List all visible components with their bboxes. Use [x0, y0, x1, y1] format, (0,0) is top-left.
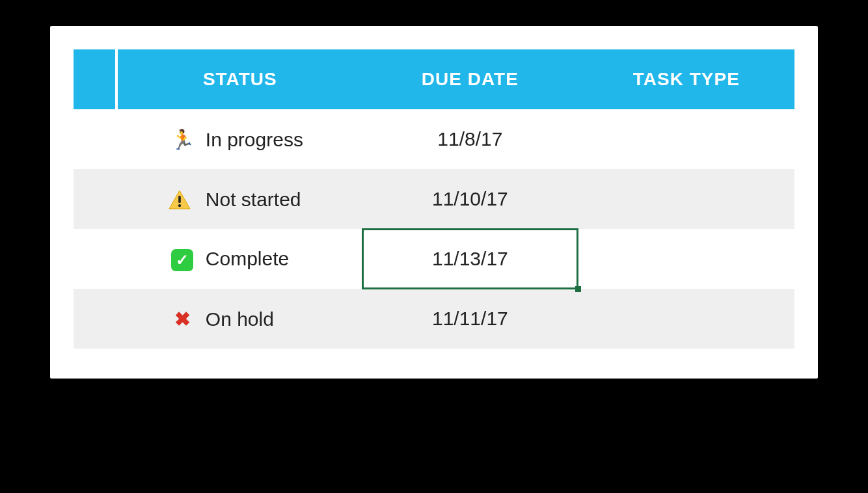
header-due-date[interactable]: DUE DATE: [362, 49, 578, 109]
table-row: ✖ On hold 11/11/17: [74, 289, 794, 349]
due-date-cell[interactable]: 11/13/17: [362, 229, 578, 289]
task-type-cell[interactable]: [578, 289, 794, 349]
svg-rect-1: [179, 196, 182, 203]
svg-point-2: [178, 204, 181, 207]
due-date-cell[interactable]: 11/10/17: [362, 169, 578, 229]
due-date-cell[interactable]: 11/11/17: [362, 289, 578, 349]
empty-cell[interactable]: [74, 229, 116, 289]
header-status[interactable]: STATUS: [116, 49, 362, 109]
status-label: Not started: [206, 189, 301, 210]
header-row: STATUS DUE DATE TASK TYPE: [74, 49, 794, 109]
task-type-cell[interactable]: [578, 169, 794, 229]
table-row: Not started 11/10/17: [74, 169, 794, 229]
checkmark-icon: ✓: [169, 247, 196, 271]
status-cell[interactable]: Not started: [116, 169, 362, 229]
header-task-type[interactable]: TASK TYPE: [578, 49, 794, 109]
status-cell[interactable]: ✖ On hold: [116, 289, 362, 349]
cross-icon: ✖: [169, 308, 196, 330]
runner-icon: 🏃: [169, 128, 196, 151]
warning-icon: [169, 190, 196, 209]
status-cell[interactable]: ✓ Complete: [116, 229, 362, 289]
spreadsheet-card: STATUS DUE DATE TASK TYPE 🏃 In progress …: [50, 26, 818, 379]
header-empty[interactable]: [74, 49, 116, 109]
task-table: STATUS DUE DATE TASK TYPE 🏃 In progress …: [74, 49, 794, 349]
status-label: Complete: [206, 248, 289, 270]
table-row: 🏃 In progress 11/8/17: [74, 109, 794, 169]
status-label: In progress: [206, 129, 303, 150]
due-date-cell[interactable]: 11/8/17: [362, 109, 578, 169]
status-cell[interactable]: 🏃 In progress: [116, 109, 362, 169]
status-label: On hold: [206, 308, 274, 330]
task-type-cell[interactable]: [578, 229, 794, 289]
empty-cell[interactable]: [74, 289, 116, 349]
task-type-cell[interactable]: [578, 109, 794, 169]
empty-cell[interactable]: [74, 109, 116, 169]
empty-cell[interactable]: [74, 169, 116, 229]
table-row: ✓ Complete 11/13/17: [74, 229, 794, 289]
